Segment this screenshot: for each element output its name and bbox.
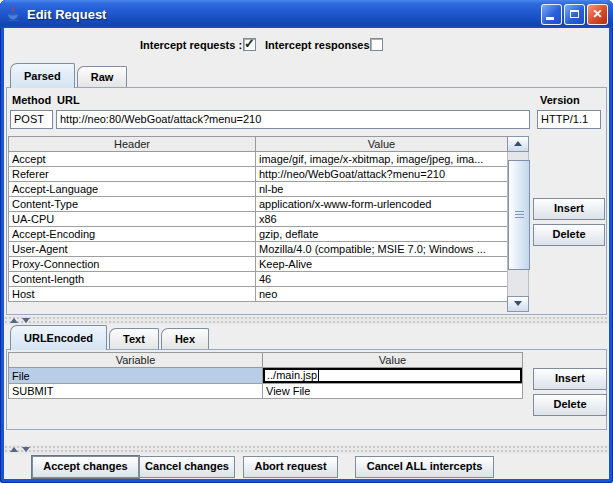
scrollbar-track[interactable] [507,152,529,296]
intercept-responses-label: Intercept responses : [265,39,376,51]
url-field[interactable]: http://neo:80/WebGoat/attack?menu=210 [56,110,530,129]
tab-urlencoded[interactable]: URLEncoded [10,325,107,350]
headers-col-value[interactable]: Value [256,137,508,152]
minimize-icon [546,17,554,20]
minimize-button[interactable] [541,4,562,25]
header-name-cell[interactable]: Proxy-Connection [9,257,256,272]
tab-text[interactable]: Text [109,328,159,350]
titlebar[interactable]: Edit Request ✕ [0,0,613,28]
abort-request-button[interactable]: Abort request [243,456,338,478]
header-name-cell[interactable]: Content-length [9,272,256,287]
params-delete-button[interactable]: Delete [533,394,607,416]
split-divider-bottom[interactable] [4,445,609,454]
request-tabs: ParsedRaw [10,63,129,88]
accept-changes-button[interactable]: Accept changes [32,456,139,478]
arrow-up-icon [514,141,522,146]
param-row: File../main.jsp [9,368,523,384]
header-row: Proxy-ConnectionKeep-Alive [9,257,508,272]
tab-parsed[interactable]: Parsed [10,63,75,88]
collapse-up-icon[interactable] [10,447,18,452]
header-value-cell[interactable]: http://neo/WebGoat/attack?menu=210 [256,167,508,182]
header-name-cell[interactable]: Referer [9,167,256,182]
cancel-changes-button[interactable]: Cancel changes [139,456,235,478]
header-value-cell[interactable]: image/gif, image/x-xbitmap, image/jpeg, … [256,152,508,167]
java-cup-icon [5,6,21,22]
header-row: Accept-Encodinggzip, deflate [9,227,508,242]
header-row: Content-length46 [9,272,508,287]
collapse-up-icon[interactable] [10,318,18,323]
cancel-all-intercepts-button[interactable]: Cancel ALL intercepts [355,456,494,478]
header-value-cell[interactable]: nl-be [256,182,508,197]
header-name-cell[interactable]: Accept-Language [9,182,256,197]
scrollbar-thumb[interactable] [508,160,530,270]
params-col-variable[interactable]: Variable [9,353,263,368]
header-row: Acceptimage/gif, image/x-xbitmap, image/… [9,152,508,167]
thumb-grip-icon [515,211,524,218]
window-title: Edit Request [27,7,539,22]
body-tabs: URLEncodedTextHex [10,325,211,350]
maximize-button[interactable] [564,4,585,25]
headers-insert-button[interactable]: Insert [533,198,605,220]
header-row: Refererhttp://neo/WebGoat/attack?menu=21… [9,167,508,182]
param-row: SUBMITView File [9,384,523,399]
header-name-cell[interactable]: Content-Type [9,197,256,212]
headers-table: Header Value Acceptimage/gif, image/x-xb… [8,136,508,302]
headers-col-header[interactable]: Header [9,137,256,152]
header-value-cell[interactable]: Mozilla/4.0 (compatible; MSIE 7.0; Windo… [256,242,508,257]
method-field[interactable]: POST [10,110,53,129]
header-value-cell[interactable]: gzip, deflate [256,227,508,242]
dialog-content: Intercept requests : ✓ Intercept respons… [4,28,609,479]
param-value-cell[interactable]: View File [263,384,523,399]
version-label: Version [540,94,580,106]
params-col-value[interactable]: Value [263,353,523,368]
intercept-responses-checkbox[interactable] [370,38,383,51]
params-insert-button[interactable]: Insert [533,368,607,390]
header-value-cell[interactable]: neo [256,287,508,302]
header-value-cell[interactable]: 46 [256,272,508,287]
header-row: User-AgentMozilla/4.0 (compatible; MSIE … [9,242,508,257]
edit-request-window: Edit Request ✕ Intercept requests : ✓ In… [0,0,613,483]
param-value-cell[interactable]: ../main.jsp [263,368,523,384]
close-button[interactable]: ✕ [587,4,608,25]
split-divider-top[interactable] [4,316,609,325]
header-name-cell[interactable]: User-Agent [9,242,256,257]
cell-editor-input[interactable]: ../main.jsp [263,368,522,383]
scroll-up-button[interactable] [507,136,529,152]
tab-hex[interactable]: Hex [161,328,209,350]
header-name-cell[interactable]: Host [9,287,256,302]
collapse-down-icon[interactable] [22,447,30,452]
header-name-cell[interactable]: UA-CPU [9,212,256,227]
params-table: Variable Value File../main.jspSUBMITView… [8,352,523,399]
editor-text: ../main.jsp [267,370,317,381]
header-row: Hostneo [9,287,508,302]
header-row: UA-CPUx86 [9,212,508,227]
scroll-down-button[interactable] [507,296,529,312]
text-caret [318,370,319,381]
header-row: Content-Typeapplication/x-www-form-urlen… [9,197,508,212]
header-name-cell[interactable]: Accept [9,152,256,167]
header-name-cell[interactable]: Accept-Encoding [9,227,256,242]
url-label: URL [57,94,80,106]
header-row: Accept-Languagenl-be [9,182,508,197]
headers-scrollbar [507,136,529,312]
param-variable-cell[interactable]: SUBMIT [9,384,263,399]
maximize-icon [570,10,579,18]
headers-delete-button[interactable]: Delete [533,224,605,246]
method-label: Method [12,94,51,106]
header-value-cell[interactable]: x86 [256,212,508,227]
version-field[interactable]: HTTP/1.1 [537,110,601,129]
check-icon: ✓ [244,36,255,51]
header-value-cell[interactable]: application/x-www-form-urlencoded [256,197,508,212]
tab-raw[interactable]: Raw [77,66,128,88]
close-icon: ✕ [592,8,602,20]
collapse-down-icon[interactable] [22,318,30,323]
arrow-down-icon [514,301,522,306]
intercept-requests-label: Intercept requests : [140,39,242,51]
intercept-requests-checkbox[interactable]: ✓ [243,38,256,51]
header-value-cell[interactable]: Keep-Alive [256,257,508,272]
param-variable-cell[interactable]: File [9,368,263,384]
